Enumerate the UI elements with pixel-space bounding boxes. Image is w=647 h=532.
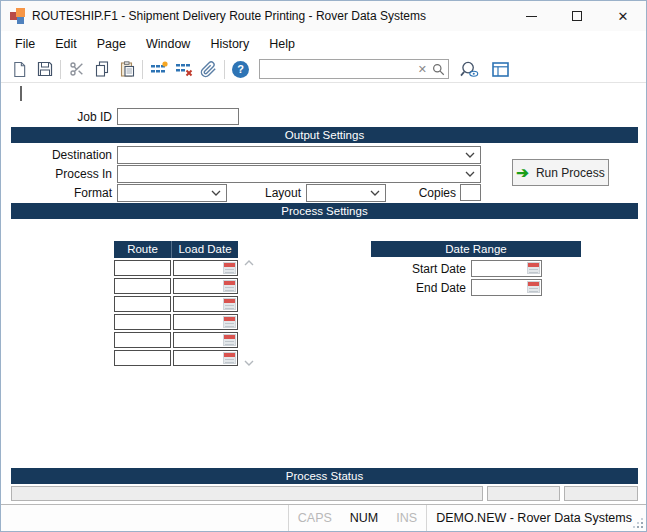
delete-row-icon	[175, 61, 193, 77]
copy-icon	[94, 61, 110, 77]
minimize-icon	[526, 16, 537, 17]
chevron-down-icon	[465, 171, 475, 177]
menu-window[interactable]: Window	[136, 33, 200, 55]
calendar-icon[interactable]	[527, 262, 540, 274]
end-date-field[interactable]	[471, 279, 542, 296]
insert-mode-indicator: INS	[387, 511, 426, 525]
window-controls: ✕	[508, 1, 646, 31]
calendar-icon[interactable]	[223, 262, 236, 274]
route-input[interactable]	[114, 260, 171, 276]
paste-icon	[119, 61, 135, 77]
destination-label: Destination	[1, 146, 112, 164]
copies-label: Copies	[379, 184, 456, 202]
layout-label: Layout	[226, 184, 301, 202]
toolbar: ? ✕	[1, 56, 646, 83]
load-date-field[interactable]	[173, 350, 238, 366]
start-date-label: Start Date	[356, 260, 466, 278]
clear-search-icon[interactable]: ✕	[418, 64, 427, 75]
route-table-row	[114, 332, 238, 348]
insert-row-button[interactable]	[146, 58, 171, 81]
job-id-input[interactable]	[117, 108, 239, 125]
cut-button[interactable]	[64, 58, 89, 81]
menu-history[interactable]: History	[200, 33, 259, 55]
route-table-row	[114, 296, 238, 312]
route-table-row	[114, 314, 238, 330]
load-date-field[interactable]	[173, 278, 238, 294]
menu-bar: File Edit Page Window History Help	[1, 31, 646, 56]
load-date-field[interactable]	[173, 332, 238, 348]
chevron-down-icon	[465, 152, 475, 158]
menu-help[interactable]: Help	[259, 33, 305, 55]
job-id-label: Job ID	[1, 108, 112, 126]
lookup-button[interactable]	[457, 58, 482, 81]
menu-edit[interactable]: Edit	[45, 33, 87, 55]
route-input[interactable]	[114, 278, 171, 294]
help-button[interactable]: ?	[228, 58, 253, 81]
new-document-button[interactable]	[7, 58, 32, 81]
destination-dropdown[interactable]	[117, 146, 481, 164]
run-arrow-icon: ➔	[516, 165, 529, 180]
layout-icon	[492, 62, 509, 77]
copies-input[interactable]	[460, 184, 481, 201]
load-date-field[interactable]	[173, 296, 238, 312]
resize-grip[interactable]	[633, 518, 643, 528]
menu-page[interactable]: Page	[87, 33, 136, 55]
output-settings-header: Output Settings	[11, 127, 638, 143]
load-date-column-header: Load Date	[171, 241, 238, 258]
start-date-field[interactable]	[471, 260, 542, 277]
process-status-counter-1	[487, 486, 560, 501]
new-document-icon	[12, 61, 27, 78]
delete-row-button[interactable]	[171, 58, 196, 81]
save-icon	[37, 61, 53, 77]
route-input[interactable]	[114, 314, 171, 330]
menu-file[interactable]: File	[5, 33, 45, 55]
copy-button[interactable]	[89, 58, 114, 81]
scroll-down-icon[interactable]	[244, 360, 254, 366]
route-input[interactable]	[114, 350, 171, 366]
process-settings-header: Process Settings	[11, 203, 638, 219]
route-table-row	[114, 350, 238, 366]
calendar-icon[interactable]	[223, 316, 236, 328]
route-table-scrollbar[interactable]	[242, 260, 256, 366]
calendar-icon[interactable]	[223, 334, 236, 346]
title-bar: ROUTESHIP.F1 - Shipment Delivery Route P…	[1, 1, 646, 31]
app-icon	[10, 8, 26, 24]
calendar-icon[interactable]	[223, 280, 236, 292]
end-date-label: End Date	[356, 279, 466, 297]
save-button[interactable]	[32, 58, 57, 81]
calendar-icon[interactable]	[223, 298, 236, 310]
chevron-down-icon	[211, 190, 221, 196]
date-range-header: Date Range	[371, 241, 581, 257]
attachment-button[interactable]	[196, 58, 221, 81]
load-date-field[interactable]	[173, 260, 238, 276]
lookup-eye-icon	[460, 61, 479, 78]
calendar-icon[interactable]	[527, 281, 540, 293]
route-input[interactable]	[114, 296, 171, 312]
route-column-header: Route	[114, 241, 171, 258]
route-input[interactable]	[114, 332, 171, 348]
insert-row-icon	[150, 61, 168, 77]
process-in-label: Process In	[1, 165, 112, 183]
route-table-header: Route Load Date	[114, 241, 238, 258]
toolbar-separator	[224, 60, 225, 79]
run-process-label: Run Process	[536, 166, 605, 180]
scroll-up-icon[interactable]	[244, 260, 254, 266]
close-button[interactable]: ✕	[600, 1, 646, 31]
app-window: ROUTESHIP.F1 - Shipment Delivery Route P…	[0, 0, 647, 532]
load-date-field[interactable]	[173, 314, 238, 330]
calendar-icon[interactable]	[223, 352, 236, 364]
close-icon: ✕	[618, 10, 629, 23]
layout-dropdown[interactable]	[306, 184, 386, 202]
search-icon[interactable]	[432, 63, 445, 76]
environment-indicator: DEMO.NEW - Rover Data Systems	[427, 511, 646, 525]
process-in-dropdown[interactable]	[117, 165, 481, 183]
paste-button[interactable]	[114, 58, 139, 81]
run-process-button[interactable]: ➔ Run Process	[512, 159, 609, 186]
num-lock-indicator: NUM	[341, 511, 387, 525]
process-status-header: Process Status	[11, 468, 638, 484]
format-dropdown[interactable]	[117, 184, 227, 202]
layout-view-button[interactable]	[488, 58, 513, 81]
process-status-counter-2	[564, 486, 638, 501]
maximize-button[interactable]	[554, 1, 600, 31]
minimize-button[interactable]	[508, 1, 554, 31]
